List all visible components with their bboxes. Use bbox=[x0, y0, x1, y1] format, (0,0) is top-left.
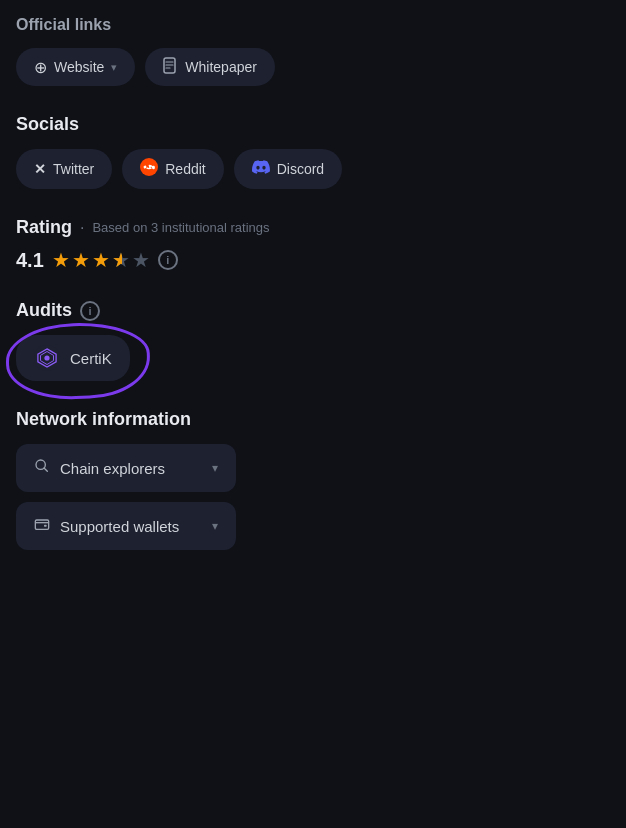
audits-section: Audits i CertiK bbox=[16, 300, 610, 381]
rating-title: Rating bbox=[16, 217, 72, 238]
links-row: ⊕ Website ▾ Whitepaper bbox=[16, 48, 610, 86]
star-3: ★ bbox=[92, 248, 110, 272]
certik-btn-wrapper: CertiK bbox=[16, 335, 130, 381]
reddit-label: Reddit bbox=[165, 161, 205, 177]
discord-label: Discord bbox=[277, 161, 324, 177]
twitter-button[interactable]: ✕ Twitter bbox=[16, 149, 112, 189]
star-2: ★ bbox=[72, 248, 90, 272]
certik-button[interactable]: CertiK bbox=[16, 335, 130, 381]
twitter-label: Twitter bbox=[53, 161, 94, 177]
rating-dot: · bbox=[80, 219, 84, 237]
audits-header: Audits i bbox=[16, 300, 610, 321]
reddit-button[interactable]: Reddit bbox=[122, 149, 223, 189]
chain-explorers-label: Chain explorers bbox=[60, 460, 165, 477]
website-button[interactable]: ⊕ Website ▾ bbox=[16, 48, 135, 86]
svg-point-4 bbox=[44, 355, 49, 360]
star-1: ★ bbox=[52, 248, 70, 272]
star-5: ★ bbox=[132, 248, 150, 272]
socials-row: ✕ Twitter Reddit Discord bbox=[16, 149, 610, 189]
twitter-icon: ✕ bbox=[34, 161, 46, 177]
wallet-icon bbox=[34, 516, 50, 536]
audits-title: Audits bbox=[16, 300, 72, 321]
rating-section: Rating · Based on 3 institutional rating… bbox=[16, 217, 610, 272]
socials-section: Socials ✕ Twitter Reddit Discord bbox=[16, 114, 610, 189]
discord-icon bbox=[252, 160, 270, 178]
stars-container: ★ ★ ★ ★★ ★ bbox=[52, 248, 150, 272]
rating-score: 4.1 bbox=[16, 249, 44, 272]
supported-wallets-left: Supported wallets bbox=[34, 516, 179, 536]
network-title: Network information bbox=[16, 409, 610, 430]
whitepaper-button[interactable]: Whitepaper bbox=[145, 48, 275, 86]
reddit-icon bbox=[140, 158, 158, 180]
whitepaper-label: Whitepaper bbox=[185, 59, 257, 75]
rating-info-icon[interactable]: i bbox=[158, 250, 178, 270]
website-chevron-icon: ▾ bbox=[111, 61, 117, 74]
official-links-title: Official links bbox=[16, 16, 610, 34]
rating-stars-row: 4.1 ★ ★ ★ ★★ ★ i bbox=[16, 248, 610, 272]
supported-wallets-chevron-icon: ▾ bbox=[212, 519, 218, 533]
audits-info-icon[interactable]: i bbox=[80, 301, 100, 321]
svg-rect-7 bbox=[44, 525, 47, 527]
socials-title: Socials bbox=[16, 114, 610, 135]
chain-explorers-chevron-icon: ▾ bbox=[212, 461, 218, 475]
rating-header: Rating · Based on 3 institutional rating… bbox=[16, 217, 610, 238]
website-label: Website bbox=[54, 59, 104, 75]
rating-subtitle: Based on 3 institutional ratings bbox=[92, 220, 269, 235]
globe-icon: ⊕ bbox=[34, 58, 47, 77]
chain-explorers-button[interactable]: Chain explorers ▾ bbox=[16, 444, 236, 492]
star-4: ★★ bbox=[112, 248, 130, 272]
official-links-section: Official links ⊕ Website ▾ Whitepaper bbox=[16, 16, 610, 86]
certik-label: CertiK bbox=[70, 350, 112, 367]
search-icon bbox=[34, 458, 50, 478]
certik-logo bbox=[34, 345, 60, 371]
chain-explorers-left: Chain explorers bbox=[34, 458, 165, 478]
document-icon bbox=[163, 57, 178, 77]
discord-button[interactable]: Discord bbox=[234, 149, 342, 189]
svg-rect-6 bbox=[35, 520, 48, 529]
network-section: Network information Chain explorers ▾ bbox=[16, 409, 610, 550]
supported-wallets-button[interactable]: Supported wallets ▾ bbox=[16, 502, 236, 550]
supported-wallets-label: Supported wallets bbox=[60, 518, 179, 535]
